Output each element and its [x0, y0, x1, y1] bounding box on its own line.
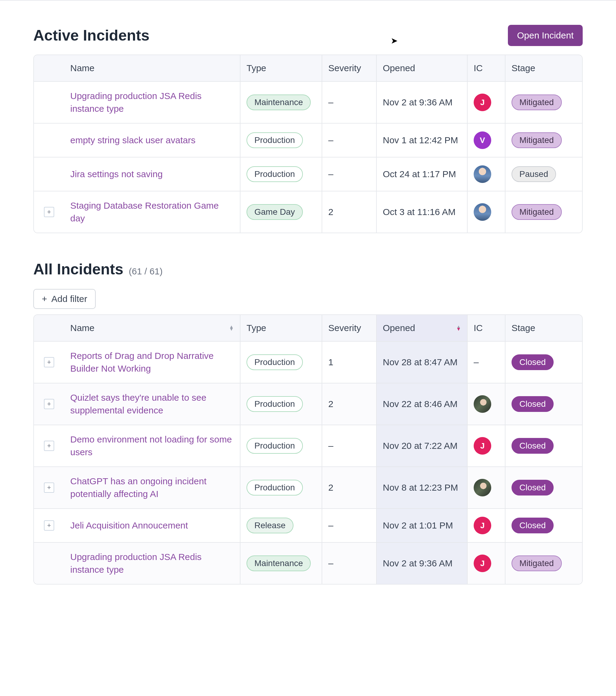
cell-opened: Nov 1 at 12:42 PM: [376, 124, 467, 157]
expand-row-button[interactable]: +: [44, 399, 54, 409]
cell-stage: Closed: [505, 425, 582, 466]
cell-type: Production: [240, 124, 322, 157]
avatar-j[interactable]: J: [474, 555, 491, 572]
incident-link[interactable]: Reports of Drag and Drop Narrative Build…: [70, 349, 234, 375]
cell-ic: [467, 158, 505, 191]
cell-expand: +: [34, 509, 64, 542]
cell-type: Game Day: [240, 191, 322, 233]
incident-link[interactable]: empty string slack user avatars: [70, 134, 195, 147]
cell-name: Reports of Drag and Drop Narrative Build…: [64, 342, 240, 383]
type-pill: Maintenance: [247, 95, 311, 110]
column-ic[interactable]: IC: [467, 315, 505, 341]
cell-severity: 2: [322, 383, 376, 425]
column-severity[interactable]: Severity: [322, 315, 376, 341]
incident-link[interactable]: ChatGPT has an ongoing incident potentia…: [70, 475, 234, 500]
stage-pill: Closed: [511, 354, 554, 370]
expand-row-button[interactable]: +: [44, 520, 54, 531]
severity-value: 2: [328, 399, 333, 409]
cell-stage: Closed: [505, 509, 582, 542]
ic-none: –: [474, 357, 479, 367]
avatar-j[interactable]: J: [474, 94, 491, 111]
incident-link[interactable]: Upgrading production JSA Redis instance …: [70, 551, 234, 576]
column-opened[interactable]: Opened: [376, 55, 467, 81]
cell-type: Production: [240, 158, 322, 191]
avatar-photo[interactable]: [474, 203, 491, 221]
cell-opened: Nov 22 at 8:46 AM: [376, 383, 467, 425]
severity-value: –: [328, 558, 333, 569]
add-filter-label: Add filter: [51, 294, 87, 304]
cell-name: ChatGPT has an ongoing incident potentia…: [64, 467, 240, 508]
all-incidents-title: All Incidents: [33, 260, 123, 278]
cell-stage: Mitigated: [505, 543, 582, 584]
cell-stage: Mitigated: [505, 82, 582, 123]
column-expand: [34, 55, 64, 81]
severity-value: –: [328, 97, 333, 108]
incident-link[interactable]: Upgrading production JSA Redis instance …: [70, 90, 234, 115]
incident-link[interactable]: Jeli Acquisition Annoucement: [70, 519, 188, 532]
incident-link[interactable]: Staging Database Restoration Game day: [70, 199, 234, 225]
table-row: + Staging Database Restoration Game day …: [34, 191, 582, 233]
cell-opened: Nov 2 at 9:36 AM: [376, 543, 467, 584]
severity-value: 2: [328, 483, 333, 493]
column-name-sortable[interactable]: Name ▲▼: [64, 315, 240, 341]
avatar-j[interactable]: J: [474, 437, 491, 455]
stage-pill: Closed: [511, 480, 554, 495]
cell-name: Upgrading production JSA Redis instance …: [64, 543, 240, 584]
stage-pill: Mitigated: [511, 204, 562, 220]
cell-name: Staging Database Restoration Game day: [64, 191, 240, 233]
expand-row-button[interactable]: +: [44, 357, 54, 367]
column-ic[interactable]: IC: [467, 55, 505, 81]
cell-stage: Mitigated: [505, 124, 582, 157]
type-pill: Production: [247, 480, 303, 495]
avatar-photo[interactable]: [474, 395, 491, 413]
stage-pill: Closed: [511, 396, 554, 412]
column-type[interactable]: Type: [240, 55, 322, 81]
cell-type: Production: [240, 342, 322, 383]
severity-value: 2: [328, 207, 333, 217]
table-row: empty string slack user avatars Producti…: [34, 123, 582, 157]
expand-row-button[interactable]: +: [44, 441, 54, 451]
avatar-v[interactable]: V: [474, 131, 491, 149]
opened-value: Nov 2 at 9:36 AM: [383, 557, 453, 570]
cell-name: empty string slack user avatars: [64, 124, 240, 157]
table-row: + Demo environment not loading for some …: [34, 425, 582, 466]
cell-severity: –: [322, 543, 376, 584]
incident-link[interactable]: Demo environment not loading for some us…: [70, 433, 234, 459]
column-stage[interactable]: Stage: [505, 55, 582, 81]
column-severity[interactable]: Severity: [322, 55, 376, 81]
cell-ic: [467, 467, 505, 508]
all-incidents-count: (61 / 61): [129, 266, 163, 276]
table-row: Upgrading production JSA Redis instance …: [34, 542, 582, 584]
expand-row-button[interactable]: +: [44, 207, 54, 217]
cell-ic: J: [467, 543, 505, 584]
column-type[interactable]: Type: [240, 315, 322, 341]
severity-value: –: [328, 520, 333, 531]
opened-value: Oct 3 at 11:16 AM: [383, 206, 456, 218]
opened-value: Nov 22 at 8:46 AM: [383, 398, 458, 410]
sort-icon: ▲▼: [229, 326, 234, 330]
add-filter-button[interactable]: + Add filter: [33, 289, 96, 309]
plus-icon: +: [42, 296, 47, 302]
incident-link[interactable]: Jira settings not saving: [70, 168, 163, 180]
avatar-photo[interactable]: [474, 479, 491, 496]
open-incident-button[interactable]: Open Incident: [508, 25, 583, 46]
cell-stage: Closed: [505, 342, 582, 383]
cell-ic: [467, 383, 505, 425]
expand-row-button[interactable]: +: [44, 483, 54, 493]
cell-name: Upgrading production JSA Redis instance …: [64, 82, 240, 123]
type-pill: Production: [247, 166, 303, 182]
cell-ic: J: [467, 82, 505, 123]
cell-severity: –: [322, 425, 376, 466]
type-pill: Maintenance: [247, 555, 311, 571]
column-stage[interactable]: Stage: [505, 315, 582, 341]
incident-link[interactable]: Quizlet says they're unable to see suppl…: [70, 391, 234, 417]
avatar-j[interactable]: J: [474, 517, 491, 534]
avatar-photo[interactable]: [474, 165, 491, 183]
stage-pill: Closed: [511, 438, 554, 454]
column-opened-sortable[interactable]: Opened ▲▼: [376, 315, 467, 341]
column-name[interactable]: Name: [64, 55, 240, 81]
cell-severity: 1: [322, 342, 376, 383]
cell-opened: Nov 20 at 7:22 AM: [376, 425, 467, 466]
severity-value: 1: [328, 357, 333, 367]
opened-value: Nov 1 at 12:42 PM: [383, 134, 458, 147]
